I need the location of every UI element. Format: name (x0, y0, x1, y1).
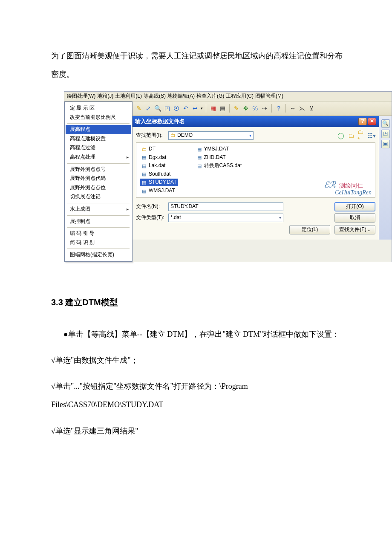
zoom-extent-icon[interactable]: ⤢ (144, 104, 152, 112)
grid-icon[interactable]: ▦ (209, 104, 217, 112)
menu-diji[interactable]: 地籍(J) (97, 93, 113, 100)
folder-open-icon: 🗀 (170, 132, 176, 139)
dash-icon[interactable]: ⇢ (261, 104, 268, 112)
filetype-combo[interactable]: *.dat (168, 214, 283, 222)
zoom-prev-icon[interactable]: ↶ (182, 104, 190, 112)
file-item-selected[interactable]: ▤STUDY.DAT (140, 179, 178, 186)
section-title: 3.3 建立DTM模型 (51, 292, 349, 312)
lookin-label: 查找范围(I): (136, 132, 165, 139)
zoom-window-icon[interactable]: ◳ (163, 104, 171, 112)
dd-sheet-grid[interactable]: 图幅网格(指定长宽) (66, 250, 131, 260)
para-step: √单选"由数据文件生成"； (51, 351, 349, 370)
dd-sep (67, 123, 130, 124)
menu-edit[interactable]: 地物编辑(A) (167, 93, 195, 100)
dd-sep (67, 163, 130, 164)
file-icon: ▤ (196, 163, 202, 169)
folder-item[interactable]: 🗀DT (140, 145, 178, 153)
strip-clip-icon[interactable]: ◳ (381, 130, 390, 138)
toolbar-separator (206, 104, 206, 113)
file-icon: ▤ (141, 179, 147, 185)
locate-button[interactable]: 定位(L) (289, 225, 330, 234)
dd-field-code[interactable]: 展野外测点代码 (66, 174, 131, 183)
file-icon: ▤ (141, 188, 147, 194)
para-step: √单选"显示建三角网结果" (51, 422, 349, 440)
menu-land[interactable]: 土地利用(L) (115, 93, 142, 100)
watermark: ℰℛ 测绘同仁 CeHuiTongRen (324, 180, 372, 196)
zoom-in-icon[interactable]: 🔍 (154, 104, 161, 112)
file-icon: ▤ (196, 154, 202, 160)
dd-elev-process[interactable]: 高程点处理▸ (66, 153, 131, 162)
close-window-button[interactable]: ✕ (368, 118, 376, 125)
views-icon[interactable]: ☷▾ (368, 132, 375, 139)
app-screenshot: 绘图处理(W) 地籍(J) 土地利用(L) 等高线(S) 地物编辑(A) 检查入… (64, 91, 392, 262)
dd-show-control[interactable]: 展控制点 (66, 217, 131, 226)
toolbar-separator (271, 104, 272, 113)
dd-elev-filter[interactable]: 高程点过滤 (66, 143, 131, 153)
dialog-title: 输入坐标数据文件名 (135, 118, 185, 125)
menu-contour[interactable]: 等高线(S) (144, 93, 166, 100)
dim-baseline-icon[interactable]: ⊻ (308, 104, 315, 112)
menu-check[interactable]: 检查入库(G) (196, 93, 224, 100)
menubar[interactable]: 绘图处理(W) 地籍(J) 土地利用(L) 等高线(S) 地物编辑(A) 检查入… (64, 92, 392, 101)
file-item[interactable]: ▤South.dat (140, 171, 178, 178)
dd-switch-label[interactable]: 切换展点注记 (66, 192, 131, 202)
dd-water-map[interactable]: 水上成图▸ (66, 205, 131, 214)
dd-sep (67, 249, 130, 249)
undo-icon[interactable]: ↩ (191, 104, 199, 112)
file-item[interactable]: ▤ZHD.DAT (195, 154, 243, 162)
dd-change-scale[interactable]: 改变当前图形比例尺 (66, 113, 131, 122)
para-step: ●单击【等高线】菜单--【建立 DTM】，在弹出"建立 DTM"对话框中做如下设… (51, 325, 349, 344)
zoom-realtime-icon[interactable]: ⦿ (173, 104, 180, 112)
file-item[interactable]: ▤YMSJ.DAT (195, 145, 243, 153)
help-window-button[interactable]: ? (358, 118, 367, 125)
filename-label: 文件名(N): (136, 203, 165, 210)
toolbar: ✎ ⤢ 🔍 ◳ ⦿ ↶ ↩ ▾ ▦ ▤ ✎ ✥ ℅ ⇢ (133, 101, 392, 116)
findfile-button[interactable]: 查找文件(F)... (334, 225, 375, 234)
menu-eng[interactable]: 工程应用(C) (226, 93, 254, 100)
file-item[interactable]: ▤WMSJ.DAT (140, 187, 178, 195)
right-tool-strip: 🔍 ◳ ▣ (379, 116, 392, 240)
dd-field-pointno[interactable]: 展野外测点点号 (66, 165, 131, 174)
dropdown-menu[interactable]: 定 显 示 区 改变当前图形比例尺 展高程点 高程点建模设置 高程点过滤 高程点… (64, 101, 133, 262)
open-button[interactable]: 打开(O) (334, 202, 375, 211)
pencil-icon[interactable]: ✎ (135, 104, 143, 112)
dd-field-pos[interactable]: 展野外测点点位 (66, 183, 131, 193)
link-icon[interactable]: ℅ (251, 104, 259, 112)
menu-drawproc[interactable]: 绘图处理(W) (67, 93, 95, 100)
back-icon[interactable]: ◯ (337, 132, 345, 139)
help-icon[interactable]: ? (275, 104, 282, 112)
lookin-combo[interactable]: 🗀 DEMO ▾ (168, 131, 254, 140)
up-folder-icon[interactable]: 🗀 (347, 132, 355, 139)
table-icon[interactable]: ▤ (219, 104, 226, 112)
dim-icon[interactable]: ↔ (289, 104, 297, 112)
new-folder-icon[interactable]: 🗀* (357, 132, 365, 139)
move-icon[interactable]: ✥ (242, 104, 250, 112)
measure-icon[interactable]: ⋋ (298, 104, 306, 112)
strip-zoom-icon[interactable]: 🔍 (381, 119, 390, 128)
file-list[interactable]: 🗀DT ▤Dgx.dat ▤Lak.dat ▤South.dat ▤STUDY.… (136, 142, 375, 198)
file-icon: ▤ (196, 146, 202, 152)
file-item[interactable]: ▤Lak.dat (140, 162, 178, 170)
para-step: √单击"..."按钮指定"坐标数据文件名"打开路径为：\Program File… (51, 377, 349, 414)
dd-show-elevation[interactable]: 展高程点 (66, 125, 131, 134)
watermark-glyph-icon: ℰℛ (324, 180, 336, 189)
dd-code-guide[interactable]: 编 码 引 导 (66, 229, 131, 238)
file-item[interactable]: ▤Dgx.dat (140, 154, 178, 162)
file-icon: ▤ (141, 154, 147, 160)
dd-simple-code[interactable]: 简 码 识 别 (66, 238, 131, 248)
paragraph-intro: 为了图面清晰美观便于识读，需要人工注记或调整居民地区域内的高程注记位置和分布密度… (51, 47, 349, 84)
menu-sheet[interactable]: 图幅管理(M) (255, 93, 283, 100)
dd-display-area[interactable]: 定 显 示 区 (66, 104, 131, 113)
toolbar-separator (229, 104, 230, 113)
folder-icon: 🗀 (141, 146, 147, 152)
edit-pencil-icon[interactable]: ✎ (233, 104, 240, 112)
dd-elev-model[interactable]: 高程点建模设置 (66, 134, 131, 144)
cancel-button[interactable]: 取消 (334, 213, 375, 223)
strip-save-icon[interactable]: ▣ (381, 140, 390, 148)
dd-sep (67, 203, 130, 203)
filename-input[interactable]: STUDY.DAT (168, 202, 283, 211)
file-icon: ▤ (141, 171, 147, 177)
dd-sep (67, 227, 130, 228)
file-item[interactable]: ▤转换后CASS.dat (195, 162, 243, 170)
chevron-right-icon: ▸ (127, 206, 129, 212)
